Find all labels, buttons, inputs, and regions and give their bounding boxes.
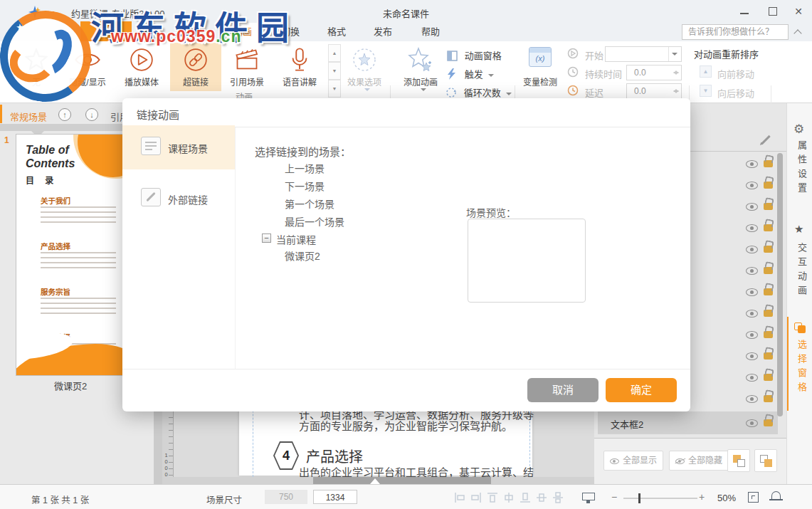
visibility-eye-icon[interactable] <box>746 267 758 275</box>
scene-height-input[interactable]: 1334 <box>313 490 357 504</box>
align-left-icon[interactable] <box>454 492 465 503</box>
zoom-slider-thumb[interactable] <box>638 493 640 503</box>
hide-show-button[interactable]: 隐藏/显示 <box>62 44 113 91</box>
scrollbar-thumb[interactable] <box>777 153 783 416</box>
move-forward-button[interactable]: 向前移动 <box>717 67 754 80</box>
menu-item-start[interactable]: 开始 <box>133 23 166 41</box>
tree-collapse-toggle[interactable]: − <box>262 233 271 243</box>
send-backward-button[interactable] <box>754 449 777 472</box>
slide-thumbnail[interactable]: Table of Contents 目 录 1 关于我们 2 产品选择 3 服务… <box>16 134 125 376</box>
tree-node-scene[interactable]: 微课页2 <box>285 248 320 263</box>
duration-stepper[interactable]: 0.0 <box>626 65 682 80</box>
align-right-icon[interactable] <box>470 492 482 503</box>
animation-none-button[interactable]: 无 <box>11 44 62 91</box>
effect-options-button[interactable]: 效果选项 <box>342 44 387 91</box>
fit-to-window-icon[interactable] <box>748 492 759 503</box>
variable-check-button[interactable]: (x) 变量检测 <box>517 44 563 91</box>
align-center-icon[interactable] <box>503 492 515 503</box>
tab-interaction[interactable]: 交互动画 <box>795 243 808 300</box>
unlock-icon[interactable] <box>764 352 773 360</box>
menu-item-animation[interactable]: 动画 <box>226 23 259 41</box>
scene-width-input[interactable]: 750 <box>265 490 307 504</box>
gallery-scroll-up-button[interactable]: ▲ <box>328 44 341 62</box>
unlock-icon[interactable] <box>764 224 773 231</box>
tab-regular-scenes[interactable]: 常规场景 <box>10 110 47 123</box>
hide-all-button[interactable]: 全部隐藏 <box>669 451 729 471</box>
unlock-icon[interactable] <box>764 246 773 253</box>
ok-button[interactable]: 确定 <box>606 378 677 402</box>
unlock-icon[interactable] <box>764 310 773 317</box>
reference-scene-button[interactable]: 引用场景 <box>221 44 273 91</box>
align-top-icon[interactable] <box>487 492 498 503</box>
visibility-eye-icon[interactable] <box>746 310 758 318</box>
unlock-icon[interactable] <box>764 419 773 426</box>
rename-pencil-icon[interactable] <box>761 135 770 145</box>
option-last-scene[interactable]: 最后一个场景 <box>285 214 344 229</box>
visibility-eye-icon[interactable] <box>746 288 758 296</box>
unlock-icon[interactable] <box>764 182 773 189</box>
cancel-button[interactable]: 取消 <box>527 378 599 402</box>
collapse-handle-icon[interactable] <box>370 478 380 484</box>
unlock-icon[interactable] <box>764 203 773 210</box>
tree-node-current-course[interactable]: 当前课程 <box>276 232 316 246</box>
unlock-icon[interactable] <box>764 374 773 381</box>
visibility-eye-icon[interactable] <box>746 182 758 189</box>
minimize-button[interactable] <box>734 4 754 19</box>
visibility-eye-icon[interactable] <box>746 203 758 211</box>
visibility-eye-icon[interactable] <box>746 352 758 360</box>
menu-item-format[interactable]: 格式 <box>320 23 353 41</box>
notification-bell-icon[interactable] <box>771 491 781 499</box>
scrollbar-thumb[interactable] <box>313 477 491 484</box>
stepper-down-icon[interactable] <box>673 90 679 96</box>
move-scene-up-button[interactable]: ↑ <box>58 108 71 121</box>
tab-selection-pane[interactable]: 选择窗格 <box>795 340 808 397</box>
unlock-icon[interactable] <box>764 331 773 338</box>
distribute-icon[interactable] <box>552 492 564 503</box>
visibility-eye-icon[interactable] <box>746 160 758 168</box>
menu-item-publish[interactable]: 发布 <box>367 23 399 41</box>
hyperlink-button[interactable]: 超链接 <box>170 43 221 91</box>
show-all-button[interactable]: 全部显示 <box>603 451 663 471</box>
zoom-out-button[interactable]: − <box>611 491 617 503</box>
unlock-icon[interactable] <box>764 160 773 167</box>
unlock-icon[interactable] <box>764 288 773 295</box>
tab-properties[interactable]: 属性设置 <box>795 140 808 197</box>
close-button[interactable]: ✕ <box>789 4 808 19</box>
trigger-button[interactable]: 触发 <box>447 67 494 81</box>
slide-item-title[interactable]: 产品选择 <box>306 446 363 466</box>
visibility-eye-icon[interactable] <box>746 331 758 339</box>
move-scene-down-button[interactable]: ↓ <box>85 108 98 121</box>
dialog-tab-course-scene[interactable]: 课程场景 <box>122 125 235 169</box>
file-menu-button[interactable]: 文件 <box>80 21 132 41</box>
unlock-icon[interactable] <box>764 395 773 402</box>
visibility-eye-icon[interactable] <box>746 395 758 403</box>
play-media-button[interactable]: 播放媒体 <box>116 44 167 91</box>
voice-narration-button[interactable]: 语音讲解 <box>274 44 325 91</box>
align-middle-icon[interactable] <box>536 492 547 503</box>
stepper-down-icon[interactable] <box>673 72 679 78</box>
unlock-icon[interactable] <box>764 267 773 274</box>
zoom-in-button[interactable]: + <box>699 491 705 503</box>
add-animation-button[interactable]: 添加动画 <box>396 44 445 91</box>
menu-item-help[interactable]: 帮助 <box>414 23 447 41</box>
visibility-eye-icon[interactable] <box>746 224 758 232</box>
layer-row-textbox[interactable]: 文本框2 <box>598 411 778 434</box>
visibility-eye-icon[interactable] <box>746 374 758 382</box>
start-dropdown[interactable] <box>605 46 682 62</box>
slide-text-line[interactable]: 方面的专业服务，为企业智能学习保驾护航。 <box>299 418 512 433</box>
preview-presentation-icon[interactable] <box>582 493 595 500</box>
delay-stepper[interactable]: 0.0 <box>626 83 682 99</box>
option-next-scene[interactable]: 下一场景 <box>285 179 325 193</box>
option-previous-scene[interactable]: 上一场景 <box>285 161 325 175</box>
menu-item-insert[interactable]: 插入 <box>179 23 212 41</box>
option-first-scene[interactable]: 第一个场景 <box>285 196 334 211</box>
canvas-horizontal-scrollbar[interactable] <box>162 477 594 484</box>
animation-pane-button[interactable]: 动画窗格 <box>447 48 502 63</box>
menu-item-transition[interactable]: 切换 <box>274 23 307 41</box>
move-backward-button[interactable]: 向后移动 <box>717 86 754 100</box>
loop-count-button[interactable]: 循环次数 <box>445 85 512 100</box>
search-input[interactable] <box>682 24 789 40</box>
visibility-eye-icon[interactable] <box>746 246 758 253</box>
align-bottom-icon[interactable] <box>520 492 531 503</box>
bring-forward-button[interactable] <box>727 449 750 472</box>
